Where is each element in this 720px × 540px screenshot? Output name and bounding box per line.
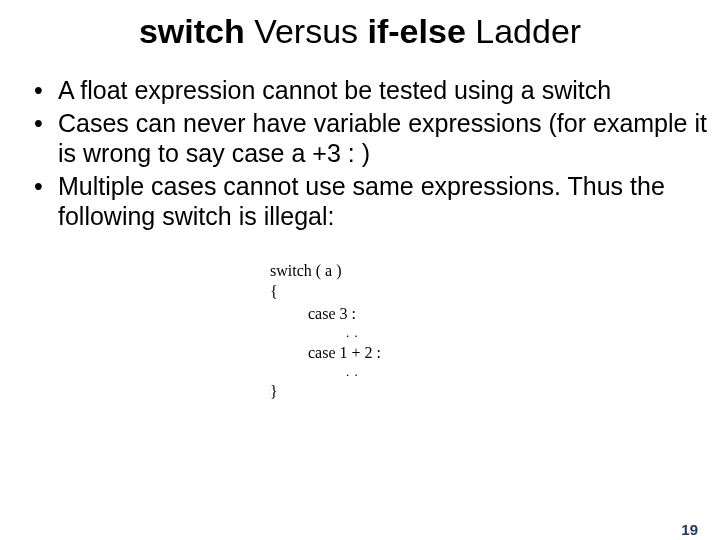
code-line: } <box>270 381 450 403</box>
code-line: case 1 + 2 : <box>270 342 450 364</box>
title-text-versus: Versus <box>245 12 368 50</box>
bullet-item: Cases can never have variable expression… <box>34 108 720 169</box>
code-line: case 3 : <box>270 303 450 325</box>
bullet-keyword: case a +3 : ) <box>232 139 370 167</box>
bullet-keyword: switch <box>542 76 611 104</box>
title-kw-ifelse: if-else <box>368 12 466 50</box>
bullet-item: Multiple cases cannot use same expressio… <box>34 171 720 232</box>
slide: switch Versus if-else Ladder A float exp… <box>0 12 720 540</box>
code-example: switch ( a ) { case 3 : . . case 1 + 2 :… <box>270 260 450 403</box>
bullet-text: Cases can never have variable expression… <box>58 109 707 168</box>
bullet-item: A float expression cannot be tested usin… <box>34 75 720 106</box>
bullet-text: A float expression cannot be tested usin… <box>58 76 542 104</box>
code-line: . . <box>270 363 450 381</box>
bullet-text: Multiple cases cannot use same expressio… <box>58 172 665 231</box>
slide-title: switch Versus if-else Ladder <box>0 12 720 51</box>
bullet-list: A float expression cannot be tested usin… <box>34 75 720 232</box>
title-text-ladder: Ladder <box>466 12 581 50</box>
title-kw-switch: switch <box>139 12 245 50</box>
code-line: switch ( a ) <box>270 260 450 282</box>
page-number: 19 <box>681 521 698 538</box>
code-line: . . <box>270 324 450 342</box>
code-line: { <box>270 281 450 303</box>
